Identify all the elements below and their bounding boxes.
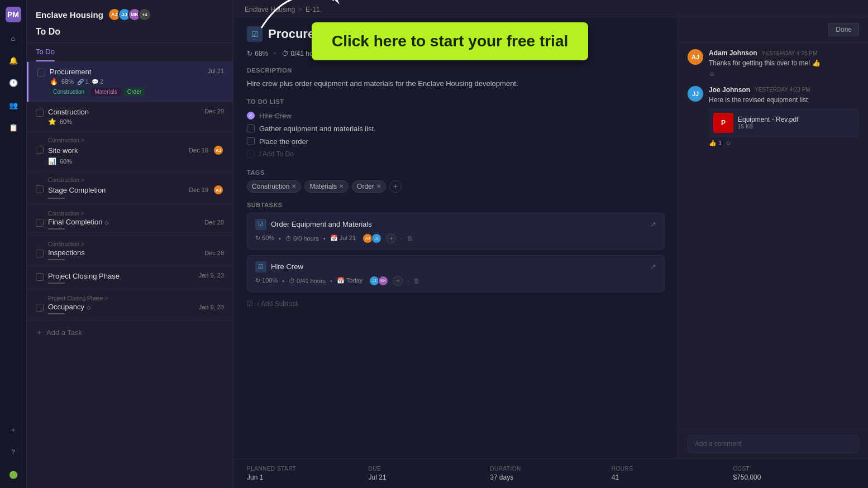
nav-avatar[interactable]: 🟢 [7,468,20,481]
task-detail-main: ☑ Procurement ↻ 68% • ⏱ 0/41 hours • 📅 J… [233,17,678,458]
tag-pill-order[interactable]: Order ✕ [352,180,386,193]
task-checkbox[interactable] [36,304,44,312]
subtask-hours: ⏱ 0/41 hours [289,278,326,284]
task-item-occupancy[interactable]: Project Closing Phase > Occupancy ◇ Jan … [27,290,233,320]
svg-marker-0 [328,0,340,4]
meta-sep: • [330,278,332,284]
icon-sidebar: PM ⌂ 🔔 🕐 👥 📋 ＋ ？ 🟢 [0,0,27,488]
nav-home[interactable]: ⌂ [7,31,20,45]
task-checkbox[interactable] [36,273,44,281]
meta-planned-start: PLANNED START Jun 1 [247,466,369,481]
tag-remove-order[interactable]: ✕ [376,183,381,189]
comments-header: Done [679,17,868,42]
nav-clock[interactable]: 🕐 [7,76,20,89]
todo-label-gather: Gather equipment and materials list. [259,125,376,133]
subtask-external-link[interactable]: ↗ [650,220,656,228]
todo-item-hire-crew[interactable]: ✓ Hire Crew [247,109,665,122]
todo-check[interactable] [247,125,255,132]
progress-bar [48,313,65,314]
thumbs-up-reaction[interactable]: 👍 1 [709,140,722,147]
meta-duration: DURATION 37 days [490,466,612,481]
add-subtask-icon: ☑ [247,300,253,308]
tags-row: Construction ✕ Materials ✕ Order ✕ ＋ [247,180,665,193]
task-name: Construction [48,108,89,116]
add-tag-button[interactable]: ＋ [389,180,402,193]
task-item-final-completion[interactable]: Construction > Final Completion ◇ Dec 20 [27,205,233,236]
tags-label: TAGS [247,169,665,176]
tag-pill-materials[interactable]: Materials ✕ [304,180,349,193]
file-name: Equipment - Rev.pdf [738,116,799,123]
file-thumbnail: P [713,113,733,133]
emoji-reaction[interactable]: ☺ [709,70,715,77]
emoji-reaction[interactable]: ☺ [725,140,731,146]
nav-plus[interactable]: ＋ [7,423,20,437]
hours-icon: ⏱ [282,50,289,58]
todo-check[interactable]: ✓ [247,112,255,119]
task-checkbox[interactable] [36,146,44,154]
nav-bell[interactable]: 🔔 [7,54,20,67]
add-subtask-assignee[interactable]: ＋ [386,233,396,243]
star-icon: ⭐ [48,118,56,126]
todo-check[interactable] [247,137,255,145]
hours-value: 41 [612,473,733,481]
comment-attachment[interactable]: P Equipment - Rev.pdf 15 KB [709,108,859,137]
todo-item-gather[interactable]: Gather equipment and materials list. [247,122,665,135]
subtask-progress: ↻ 100% [255,277,278,284]
nav-users[interactable]: 👥 [7,98,20,112]
nav-question[interactable]: ？ [7,446,20,459]
comment-body: Adam Johnson YESTERDAY 4:25 PM Thanks fo… [709,49,859,77]
add-subtask-button[interactable]: ☑ / Add Subtask [247,298,665,310]
add-task-button[interactable]: ＋ Add a Task [27,320,233,344]
task-item-project-closing[interactable]: Project Closing Phase Jan 9, 23 [27,266,233,290]
progress-text: 60% [60,158,72,165]
add-subtask-assignee[interactable]: ＋ [393,276,403,286]
tag-materials: Materials [91,88,121,96]
subtask-hours: ⏱ 0/0 hours [285,235,319,242]
tag-pill-construction[interactable]: Construction ✕ [247,180,301,193]
bottom-meta: PLANNED START Jun 1 DUE Jul 21 DURATION … [233,458,868,488]
comment-reactions: ☺ [709,70,859,77]
task-checkbox[interactable] [36,250,44,257]
delete-subtask[interactable]: 🗑 [407,235,413,242]
task-item-sitework[interactable]: Construction > Site work Dec 16 AJ 📊 60% [27,132,233,171]
nav-book[interactable]: 📋 [7,121,20,134]
todo-item-place-order[interactable]: Place the order [247,135,665,148]
progress-bar [48,228,65,229]
due-value: Jul 21 [369,473,490,481]
tag-remove-materials[interactable]: ✕ [339,183,344,189]
tag-label: Order [357,183,374,190]
task-date: Jan 9, 23 [199,304,224,310]
task-date: Dec 20 [204,108,224,116]
task-item-stage-completion[interactable]: Construction > Stage Completion Dec 19 A… [27,171,233,205]
task-item-construction[interactable]: Construction Dec 20 ⭐ 60% [27,102,233,132]
meta-due: DUE Jul 21 [369,466,490,481]
task-date: Dec 19 [189,186,208,193]
subtask-avatar: MK [378,276,388,286]
tab-todo[interactable]: To Do [36,43,55,61]
meta-sep: · [407,278,409,284]
fire-icon: 🔥 [50,78,58,85]
add-todo-button[interactable]: / Add To Do [247,148,665,160]
cost-label: COST [733,466,855,472]
tag-remove-construction[interactable]: ✕ [292,183,296,189]
task-checkbox[interactable] [36,219,44,227]
avatar-group: AJ JJ MK +4 [108,8,151,21]
task-checkbox[interactable] [37,69,45,76]
comments-footer [679,429,868,458]
task-checkbox[interactable] [36,109,44,117]
overlay-banner[interactable]: Click here to start your free trial [312,22,588,60]
task-item-procurement[interactable]: Procurement Jul 21 🔥 68% 🔗 1 💬 2 Constru… [27,62,233,102]
project-name: Enclave Housing [36,10,103,20]
comment-input[interactable] [688,435,859,453]
comment-reactions: 👍 1 ☺ [709,140,859,147]
progress-row: ⭐ 60% [48,118,224,126]
task-item-inspections[interactable]: Construction > Inspections Dec 28 [27,236,233,266]
free-trial-banner[interactable]: Click here to start your free trial [312,22,588,60]
planned-start-label: PLANNED START [247,466,369,472]
task-checkbox[interactable] [36,185,44,193]
delete-subtask[interactable]: 🗑 [413,277,420,285]
subtask-external-link[interactable]: ↗ [650,262,656,271]
comment-header: Adam Johnson YESTERDAY 4:25 PM [709,49,859,57]
add-subtask-label: / Add Subtask [257,300,299,308]
done-button[interactable]: Done [828,23,859,36]
